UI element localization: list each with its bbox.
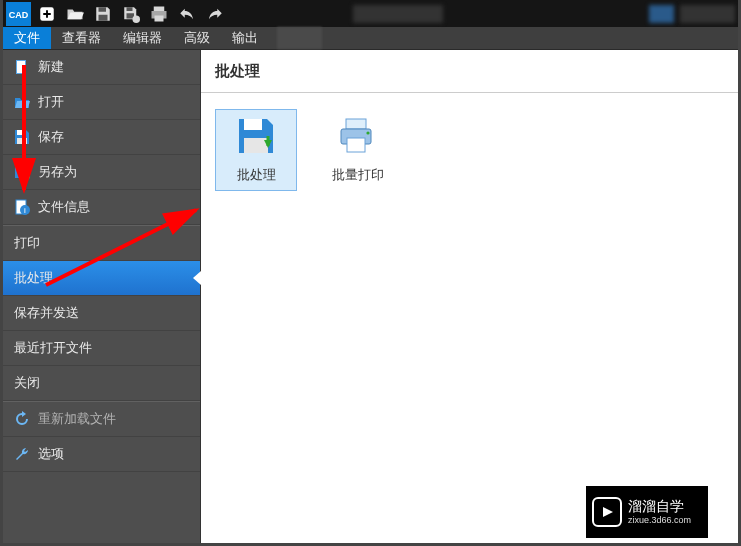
sidebar-item-label: 最近打开文件 — [14, 339, 92, 357]
svg-rect-18 — [244, 119, 262, 130]
sidebar-item-recent[interactable]: 最近打开文件 — [3, 331, 200, 366]
sidebar-item-save-as[interactable]: 另存为 — [3, 155, 200, 190]
wrench-icon — [14, 446, 30, 462]
tab-output[interactable]: 输出 — [221, 27, 269, 49]
option-batch-print[interactable]: 批量打印 — [317, 109, 399, 191]
sidebar-item-label: 选项 — [38, 445, 64, 463]
sidebar-item-batch[interactable]: 批处理 — [3, 261, 200, 296]
sidebar-item-label: 重新加载文件 — [38, 410, 116, 428]
sidebar-item-save-send[interactable]: 保存并发送 — [3, 296, 200, 331]
option-label: 批量打印 — [332, 166, 384, 184]
sidebar-item-label: 新建 — [38, 58, 64, 76]
sidebar-item-open[interactable]: 打开 — [3, 85, 200, 120]
file-icon — [14, 59, 30, 75]
sidebar-item-label: 保存并发送 — [14, 304, 79, 322]
sidebar-item-reload[interactable]: 重新加载文件 — [3, 402, 200, 437]
sidebar-item-label: 文件信息 — [38, 198, 90, 216]
watermark: 溜溜自学 zixue.3d66.com — [586, 486, 708, 538]
sidebar-item-label: 打印 — [14, 234, 40, 252]
panel-title: 批处理 — [201, 50, 738, 93]
sidebar-item-label: 批处理 — [14, 269, 53, 287]
save-icon[interactable] — [91, 2, 115, 26]
undo-icon[interactable] — [175, 2, 199, 26]
tab-editor[interactable]: 编辑器 — [112, 27, 173, 49]
svg-point-5 — [133, 15, 141, 23]
svg-point-23 — [366, 131, 369, 134]
watermark-line2: zixue.3d66.com — [628, 515, 691, 527]
option-label: 批处理 — [237, 166, 276, 184]
sidebar-item-fileinfo[interactable]: i 文件信息 — [3, 190, 200, 225]
file-info-icon: i — [14, 199, 30, 215]
sidebar-item-print[interactable]: 打印 — [3, 226, 200, 261]
tab-advanced[interactable]: 高级 — [173, 27, 221, 49]
option-batch[interactable]: 批处理 — [215, 109, 297, 191]
save-as-icon — [14, 164, 30, 180]
svg-rect-20 — [346, 119, 366, 129]
svg-text:i: i — [24, 206, 26, 215]
folder-open-icon[interactable] — [63, 2, 87, 26]
svg-rect-12 — [17, 138, 27, 144]
top-toolbar: CAD — [3, 0, 738, 27]
svg-rect-6 — [154, 6, 165, 11]
svg-rect-13 — [17, 165, 24, 169]
svg-rect-2 — [99, 14, 108, 20]
title-blur-area — [233, 2, 735, 26]
redo-icon[interactable] — [203, 2, 227, 26]
sidebar-item-label: 打开 — [38, 93, 64, 111]
main-panel: 批处理 批处理 批量打印 — [201, 50, 738, 543]
sidebar-item-label: 关闭 — [14, 374, 40, 392]
tab-file[interactable]: 文件 — [3, 27, 51, 49]
svg-rect-3 — [127, 7, 133, 11]
print-icon[interactable] — [147, 2, 171, 26]
save-as-icon[interactable] — [119, 2, 143, 26]
file-sidebar: 新建 打开 保存 另存为 i — [3, 50, 201, 543]
svg-rect-8 — [155, 15, 164, 21]
menu-bar: 文件 查看器 编辑器 高级 输出 — [3, 27, 738, 50]
sidebar-item-label: 另存为 — [38, 163, 77, 181]
sidebar-item-label: 保存 — [38, 128, 64, 146]
sidebar-item-options[interactable]: 选项 — [3, 437, 200, 472]
watermark-line1: 溜溜自学 — [628, 497, 691, 515]
reload-icon — [14, 411, 30, 427]
sidebar-item-close[interactable]: 关闭 — [3, 366, 200, 401]
tab-viewer[interactable]: 查看器 — [51, 27, 112, 49]
new-icon[interactable] — [35, 2, 59, 26]
svg-rect-11 — [17, 130, 25, 135]
folder-open-icon — [14, 94, 30, 110]
batch-save-icon — [236, 116, 276, 156]
app-logo: CAD — [6, 2, 31, 26]
sidebar-item-new[interactable]: 新建 — [3, 50, 200, 85]
play-icon — [592, 497, 622, 527]
batch-options: 批处理 批量打印 — [201, 93, 738, 207]
sidebar-item-save[interactable]: 保存 — [3, 120, 200, 155]
svg-rect-1 — [99, 7, 107, 12]
svg-rect-10 — [17, 61, 25, 73]
svg-rect-22 — [347, 138, 365, 152]
save-icon — [14, 129, 30, 145]
tab-blur — [277, 27, 322, 49]
batch-print-icon — [338, 116, 378, 156]
